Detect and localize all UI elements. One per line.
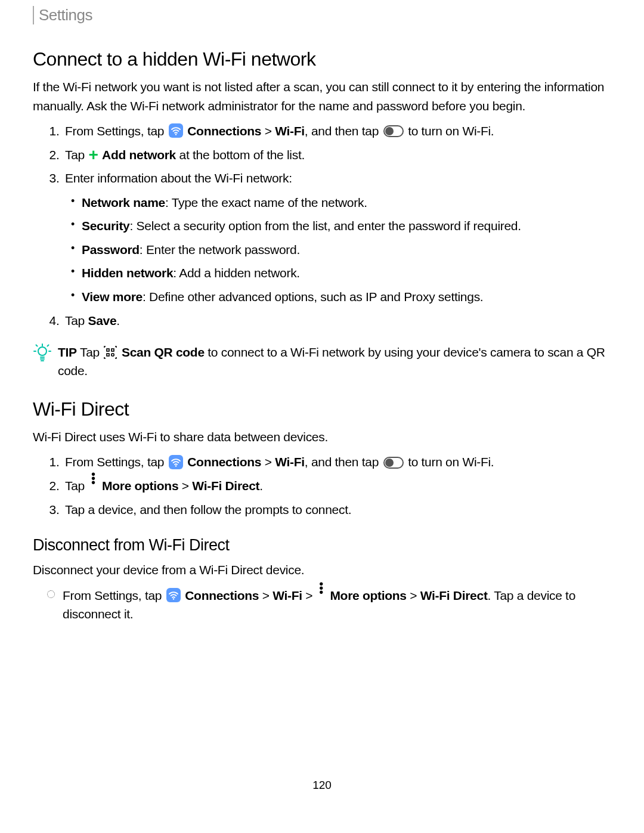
step-item: Tap + Add network at the bottom of the l…	[63, 145, 611, 165]
sub-item: Hidden network: Add a hidden network.	[82, 264, 611, 283]
step-item: From Settings, tap Connections > Wi-Fi, …	[63, 121, 611, 141]
more-options-icon: •••	[89, 472, 98, 485]
heading-hidden-network: Connect to a hidden Wi-Fi network	[33, 48, 611, 70]
svg-point-13	[175, 465, 177, 466]
disconnect-steps: From Settings, tap Connections > Wi-Fi >…	[33, 586, 611, 624]
breadcrumb-header: Settings	[33, 6, 611, 24]
intro-paragraph: Disconnect your device from a Wi-Fi Dire…	[33, 561, 611, 580]
lightbulb-icon	[33, 343, 52, 364]
intro-paragraph: Wi-Fi Direct uses Wi-Fi to share data be…	[33, 428, 611, 447]
wifi-icon	[169, 123, 183, 138]
qr-icon	[104, 345, 117, 358]
svg-rect-11	[112, 349, 114, 351]
wifi-icon	[166, 588, 181, 602]
plus-icon: +	[89, 145, 98, 164]
svg-point-0	[175, 134, 177, 135]
heading-disconnect: Disconnect from Wi-Fi Direct	[33, 536, 611, 555]
sub-list: Network name: Type the exact name of the…	[65, 193, 611, 306]
sub-item: Network name: Type the exact name of the…	[82, 193, 611, 212]
wifi-icon	[169, 455, 183, 469]
tip-callout: TIP Tap Scan QR code to connect to a Wi-…	[33, 343, 611, 380]
step-item: Tap ••• More options > Wi-Fi Direct.	[63, 476, 611, 496]
svg-point-1	[38, 347, 47, 355]
step-item: Tap a device, and then follow the prompt…	[63, 500, 611, 520]
sub-item: View more: Define other advanced options…	[82, 287, 611, 306]
svg-point-14	[173, 598, 174, 599]
svg-rect-12	[107, 354, 109, 356]
more-options-icon: •••	[317, 582, 326, 594]
step-item: Tap Save.	[63, 311, 611, 331]
page-number: 120	[33, 779, 611, 792]
step-item: From Settings, tap Connections > Wi-Fi >…	[63, 586, 611, 624]
svg-line-6	[48, 345, 49, 346]
svg-line-5	[36, 345, 38, 346]
sub-item: Password: Enter the network password.	[82, 240, 611, 259]
svg-rect-10	[107, 349, 109, 351]
toggle-off-icon	[383, 457, 404, 469]
tip-text: TIP Tap Scan QR code to connect to a Wi-…	[58, 343, 611, 380]
toggle-off-icon	[383, 125, 404, 137]
sub-item: Security: Select a security option from …	[82, 216, 611, 236]
step-item: Enter information about the Wi-Fi networ…	[63, 168, 611, 306]
step-item: From Settings, tap Connections > Wi-Fi, …	[63, 452, 611, 472]
steps-wifi-direct: From Settings, tap Connections > Wi-Fi, …	[33, 452, 611, 519]
steps-hidden-network: From Settings, tap Connections > Wi-Fi, …	[33, 121, 611, 331]
heading-wifi-direct: Wi-Fi Direct	[33, 398, 611, 420]
intro-paragraph: If the Wi-Fi network you want is not lis…	[33, 78, 611, 115]
